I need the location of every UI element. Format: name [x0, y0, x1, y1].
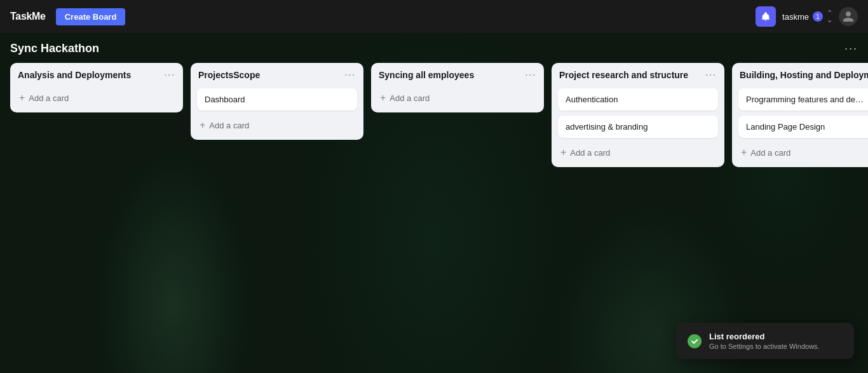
- plus-icon: +: [380, 92, 386, 104]
- toast-main-text: List reordered: [709, 332, 820, 341]
- plus-icon: +: [741, 147, 747, 158]
- list-analysis-and-deployments: Analysis and Deployments ··· + Add a car…: [10, 63, 183, 112]
- list-header: Analysis and Deployments ···: [17, 69, 177, 83]
- add-card-button[interactable]: + Add a card: [17, 88, 177, 107]
- list-title: Syncing all employees: [379, 70, 474, 80]
- card-dashboard[interactable]: Dashboard: [197, 88, 357, 111]
- add-card-label: Add a card: [209, 121, 249, 130]
- add-card-label: Add a card: [750, 148, 790, 158]
- list-title: ProjectsScope: [198, 70, 260, 80]
- list-projectsscope: ProjectsScope ··· Dashboard + Add a card: [191, 63, 363, 140]
- user-section: taskme 1 ⌃⌄: [782, 10, 832, 24]
- avatar[interactable]: [839, 7, 858, 26]
- avatar-icon: [842, 10, 855, 23]
- list-title: Project research and structure: [559, 70, 688, 80]
- plus-icon: +: [200, 119, 205, 131]
- list-menu-icon[interactable]: ···: [344, 69, 356, 81]
- toast-sub-text: Go to Settings to activate Windows.: [709, 342, 820, 350]
- plus-icon: +: [19, 92, 25, 104]
- chevron-updown-icon[interactable]: ⌃⌄: [827, 10, 832, 24]
- board-title: Sync Hackathon: [10, 42, 99, 55]
- add-card-button[interactable]: + Add a card: [558, 143, 718, 162]
- list-title: Analysis and Deployments: [18, 70, 131, 80]
- check-icon: [691, 337, 698, 345]
- list-syncing-all-employees: Syncing all employees ··· + Add a card: [371, 63, 544, 112]
- list-title: Building, Hosting and Deployment: [740, 70, 868, 80]
- add-card-button[interactable]: + Add a card: [738, 143, 868, 162]
- card-landing-page[interactable]: Landing Page Design: [738, 116, 868, 138]
- lists-container: Analysis and Deployments ··· + Add a car…: [0, 63, 868, 167]
- plus-icon: +: [560, 147, 566, 158]
- card-programming-features[interactable]: Programming features and de…: [738, 88, 868, 111]
- card-advertising-branding[interactable]: advertising & branding: [558, 116, 718, 138]
- bell-icon: [761, 11, 771, 22]
- list-header: Building, Hosting and Deployment ···: [738, 69, 868, 83]
- add-card-button[interactable]: + Add a card: [377, 88, 538, 107]
- notification-badge: 1: [813, 11, 823, 22]
- list-menu-icon[interactable]: ···: [525, 69, 536, 81]
- list-building-hosting: Building, Hosting and Deployment ··· Pro…: [732, 63, 868, 167]
- list-header: ProjectsScope ···: [197, 69, 357, 83]
- add-card-label: Add a card: [390, 93, 430, 103]
- toast-notification: List reordered Go to Settings to activat…: [676, 323, 854, 359]
- board-menu-icon[interactable]: ···: [844, 42, 858, 55]
- add-card-label: Add a card: [570, 148, 610, 158]
- notifications-icon[interactable]: [756, 6, 776, 27]
- card-authentication[interactable]: Authentication: [558, 88, 718, 111]
- username-label: taskme: [782, 12, 809, 22]
- header: TaskMe Create Board taskme 1 ⌃⌄: [0, 0, 868, 33]
- toast-success-icon: [688, 334, 702, 348]
- header-right: taskme 1 ⌃⌄: [756, 6, 858, 27]
- add-card-label: Add a card: [29, 93, 69, 103]
- list-header: Syncing all employees ···: [377, 69, 538, 83]
- create-board-button[interactable]: Create Board: [56, 8, 126, 25]
- add-card-button[interactable]: + Add a card: [197, 116, 357, 135]
- board-area: Sync Hackathon ··· Analysis and Deployme…: [0, 33, 868, 373]
- list-project-research: Project research and structure ··· Authe…: [552, 63, 724, 167]
- list-menu-icon[interactable]: ···: [164, 69, 175, 81]
- list-header: Project research and structure ···: [558, 69, 718, 83]
- app-logo: TaskMe: [10, 11, 46, 22]
- board-title-bar: Sync Hackathon ···: [0, 33, 868, 63]
- toast-text: List reordered Go to Settings to activat…: [709, 332, 820, 350]
- list-menu-icon[interactable]: ···: [705, 69, 717, 81]
